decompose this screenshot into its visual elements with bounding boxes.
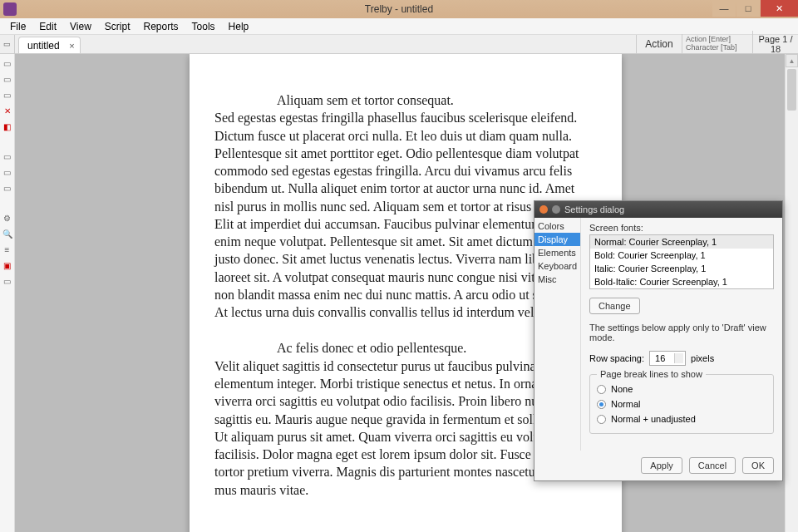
row-spacing-unit: pixels bbox=[691, 353, 714, 363]
tool-export-icon[interactable]: ▭ bbox=[2, 166, 13, 178]
tool-import-icon[interactable]: ▭ bbox=[2, 150, 13, 162]
fonts-label: Screen fonts: bbox=[589, 223, 774, 233]
tool-settings-icon[interactable]: ⚙ bbox=[2, 212, 13, 224]
cancel-button[interactable]: Cancel bbox=[689, 457, 736, 474]
nav-elements[interactable]: Elements bbox=[534, 246, 580, 259]
tab-overflow-icon[interactable]: ▭ bbox=[0, 35, 15, 53]
tool-new-icon[interactable]: ▭ bbox=[2, 57, 13, 69]
font-item-bold[interactable]: Bold: Courier Screenplay, 1 bbox=[590, 249, 773, 262]
scene-heading: Aliquam sem et tortor consequat. bbox=[214, 91, 597, 109]
tool-check-icon[interactable]: ▣ bbox=[2, 259, 13, 271]
dialog-nav: Colors Display Elements Keyboard Misc bbox=[534, 218, 581, 451]
tool-save-icon[interactable]: ▭ bbox=[2, 89, 13, 101]
apply-button[interactable]: Apply bbox=[641, 457, 682, 474]
scroll-thumb[interactable] bbox=[787, 69, 796, 111]
tab-untitled[interactable]: untitled × bbox=[18, 37, 81, 53]
nav-colors[interactable]: Colors bbox=[534, 219, 580, 233]
row-spacing-label: Row spacing: bbox=[589, 353, 644, 363]
radio-none[interactable]: None bbox=[597, 382, 766, 397]
element-type-indicator[interactable]: Action bbox=[636, 35, 682, 53]
nav-display[interactable]: Display bbox=[534, 233, 580, 246]
dialog-panel: Screen fonts: Normal: Courier Screenplay… bbox=[581, 218, 782, 451]
dialog-footer: Apply Cancel OK bbox=[534, 451, 782, 480]
font-item-bolditalic[interactable]: Bold-Italic: Courier Screenplay, 1 bbox=[590, 275, 773, 288]
tool-open-icon[interactable]: ▭ bbox=[2, 73, 13, 85]
draft-note: The settings below apply only to 'Draft'… bbox=[589, 323, 774, 342]
tool-script-icon[interactable]: ◧ bbox=[2, 121, 13, 132]
menu-script[interactable]: Script bbox=[98, 19, 137, 34]
radio-normal[interactable]: Normal bbox=[597, 397, 766, 411]
font-item-italic[interactable]: Italic: Courier Screenplay, 1 bbox=[590, 262, 773, 275]
nav-misc[interactable]: Misc bbox=[534, 273, 580, 286]
toolbar: ▭ ▭ ▭ ✕ ◧ ▭ ▭ ▭ ⚙ 🔍 ≡ ▣ ▭ bbox=[0, 54, 15, 532]
tab-label: untitled bbox=[27, 40, 60, 52]
menu-help[interactable]: Help bbox=[222, 19, 256, 34]
radio-icon bbox=[597, 385, 606, 394]
maximize-button[interactable]: □ bbox=[736, 0, 760, 17]
minimize-button[interactable]: — bbox=[712, 0, 736, 17]
radio-normal-unadjusted[interactable]: Normal + unadjusted bbox=[597, 411, 766, 426]
settings-dialog: Settings dialog Colors Display Elements … bbox=[534, 200, 783, 481]
group-title: Page break lines to show bbox=[597, 369, 706, 379]
menu-edit[interactable]: Edit bbox=[32, 19, 63, 34]
tab-bar: ▭ untitled × Action Action [Enter] Chara… bbox=[0, 35, 798, 54]
tab-close-icon[interactable]: × bbox=[69, 41, 74, 51]
tool-print-icon[interactable]: ▭ bbox=[2, 182, 13, 194]
app-logo-icon bbox=[3, 2, 17, 16]
nav-keyboard[interactable]: Keyboard bbox=[534, 259, 580, 273]
dialog-close-dot-icon[interactable] bbox=[539, 205, 548, 214]
close-button[interactable]: ✕ bbox=[761, 0, 798, 17]
tool-more-icon[interactable]: ▭ bbox=[2, 275, 13, 287]
keyboard-hint: Action [Enter] Character [Tab] bbox=[682, 34, 752, 54]
font-list[interactable]: Normal: Courier Screenplay, 1 Bold: Cour… bbox=[589, 234, 774, 289]
dialog-titlebar[interactable]: Settings dialog bbox=[534, 201, 782, 218]
menu-tools[interactable]: Tools bbox=[185, 19, 222, 34]
scroll-up-icon[interactable]: ▲ bbox=[786, 54, 798, 67]
menu-view[interactable]: View bbox=[63, 19, 98, 34]
vertical-scrollbar[interactable]: ▲ bbox=[785, 54, 798, 532]
titlebar: Trelby - untitled — □ ✕ bbox=[0, 0, 798, 18]
radio-icon bbox=[597, 415, 606, 424]
tool-toggle-icon[interactable]: ≡ bbox=[2, 244, 13, 255]
tool-close-icon[interactable]: ✕ bbox=[2, 105, 13, 116]
ok-button[interactable]: OK bbox=[742, 457, 774, 474]
menu-file[interactable]: File bbox=[3, 19, 32, 34]
dialog-title: Settings dialog bbox=[564, 204, 624, 214]
radio-icon bbox=[597, 400, 606, 409]
dialog-min-dot-icon[interactable] bbox=[552, 205, 560, 214]
change-button[interactable]: Change bbox=[589, 298, 640, 314]
window-title: Trelby - untitled bbox=[365, 3, 433, 15]
menu-reports[interactable]: Reports bbox=[137, 19, 185, 34]
font-item-normal[interactable]: Normal: Courier Screenplay, 1 bbox=[590, 235, 773, 249]
menubar: File Edit View Script Reports Tools Help bbox=[0, 18, 798, 35]
row-spacing-input[interactable]: 16 bbox=[649, 351, 686, 366]
page-break-group: Page break lines to show None Normal Nor… bbox=[589, 374, 774, 434]
tool-find-icon[interactable]: 🔍 bbox=[2, 228, 13, 239]
